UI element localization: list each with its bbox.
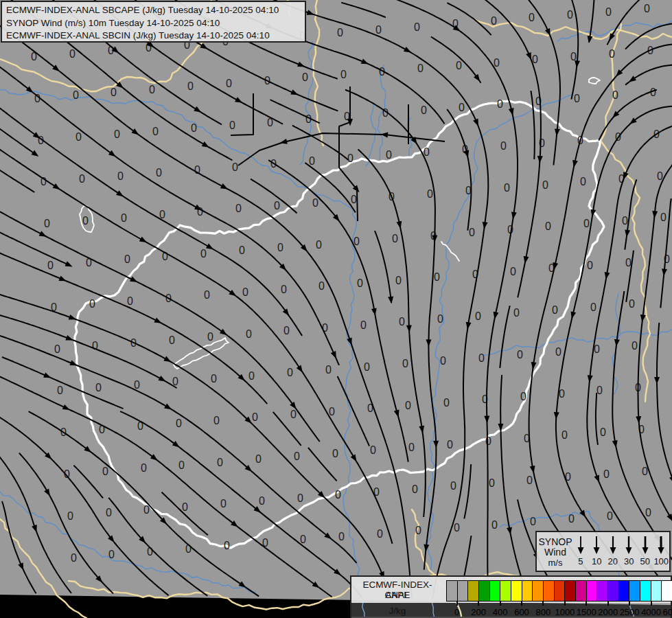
zero-label: 0 <box>447 439 453 450</box>
wind-legend-scale: 510203050100 <box>572 534 669 571</box>
cape-tick-mark <box>542 602 544 606</box>
zero-label: 0 <box>340 69 347 80</box>
cape-tick-mark <box>651 602 652 606</box>
zero-label: 0 <box>283 325 290 336</box>
zero-label: 0 <box>79 173 85 185</box>
wind-speed-label: 5 <box>578 556 583 566</box>
zero-label: 0 <box>235 203 242 214</box>
down-arrow-icon <box>607 534 619 556</box>
zero-label: 0 <box>594 343 600 355</box>
zero-label: 0 <box>114 128 120 140</box>
down-arrow-icon <box>590 534 603 556</box>
zero-label: 0 <box>294 450 300 462</box>
zero-label: 0 <box>108 549 115 560</box>
zero-label: 0 <box>347 152 354 164</box>
zero-label: 0 <box>530 516 536 527</box>
zero-label: 0 <box>322 322 328 334</box>
zero-label: 0 <box>392 233 398 244</box>
zero-label: 0 <box>607 510 613 522</box>
zero-label: 0 <box>290 409 297 420</box>
title-line-sbcin: ECMWF-INDEX-ANAL SBCIN (J/kg) Tuesday 14… <box>6 30 301 43</box>
cape-color-swatch <box>467 580 479 602</box>
zero-label: 0 <box>600 426 606 438</box>
zero-label: 0 <box>335 489 341 501</box>
title-panel: ECMWF-INDEX-ANAL SBCAPE (J/kg) Tuesday 1… <box>1 1 306 43</box>
cape-tick-label: 1500 <box>577 607 596 617</box>
zero-label: 0 <box>399 316 405 328</box>
zero-label: 0 <box>539 137 545 149</box>
wind-speed-item: 100 <box>653 534 670 571</box>
zero-label: 0 <box>491 15 497 27</box>
cape-color-swatch <box>651 580 662 602</box>
zero-label: 0 <box>207 331 213 343</box>
zero-label: 0 <box>612 89 618 101</box>
cape-tick-mark <box>607 602 609 606</box>
zero-label: 0 <box>485 435 491 447</box>
cape-color-swatch <box>489 580 501 602</box>
cape-tick-label: 200 <box>471 607 486 617</box>
zero-label: 0 <box>117 170 124 182</box>
zero-label: 0 <box>127 295 133 307</box>
zero-label: 0 <box>574 93 580 104</box>
zero-label: 0 <box>76 131 82 143</box>
zero-label: 0 <box>156 167 162 179</box>
zero-label: 0 <box>191 122 197 134</box>
zero-label: 0 <box>622 215 628 227</box>
zero-label: 0 <box>302 71 308 83</box>
down-arrow-icon <box>623 534 635 556</box>
zero-label: 0 <box>106 507 112 518</box>
cape-color-swatch <box>661 580 672 602</box>
zero-label: 0 <box>434 271 440 283</box>
zero-label: 0 <box>377 528 383 540</box>
weather-map-stage: 0000000000000000000000000000000000000000… <box>0 0 672 618</box>
wind-speed-label: 100 <box>653 556 669 566</box>
zero-label: 0 <box>450 480 456 492</box>
zero-label: 0 <box>629 298 635 310</box>
zero-label: 0 <box>526 474 533 486</box>
zero-label: 0 <box>440 355 446 367</box>
zero-label: 0 <box>583 218 590 229</box>
wind-legend-units: m/s <box>537 558 574 568</box>
wind-speed-item: 20 <box>605 534 621 571</box>
zero-label: 0 <box>332 448 338 459</box>
zero-label: 0 <box>580 176 586 187</box>
wind-speed-item: 50 <box>637 534 653 571</box>
zero-label: 0 <box>360 319 367 331</box>
zero-label: 0 <box>329 406 335 417</box>
cape-color-swatch <box>446 580 458 602</box>
zero-label: 0 <box>141 462 147 474</box>
zero-label: 0 <box>642 466 648 477</box>
cape-color-swatch <box>554 580 566 602</box>
zero-label: 0 <box>421 104 427 116</box>
zero-label: 0 <box>242 286 248 298</box>
zero-label: 0 <box>95 382 102 393</box>
zero-label: 0 <box>248 370 255 382</box>
zero-label: 0 <box>67 510 73 522</box>
cape-color-swatch <box>618 580 630 602</box>
cape-color-swatch <box>532 580 544 602</box>
zero-label: 0 <box>414 21 420 33</box>
cape-tick-mark <box>456 602 458 606</box>
map-background <box>0 0 672 618</box>
zero-label: 0 <box>587 260 593 271</box>
down-arrow-icon <box>655 534 667 556</box>
cape-legend: ECMWF-INDEX-ANAL CAPE J/kg 0200400600800… <box>350 575 672 618</box>
zero-label: 0 <box>417 62 424 74</box>
cape-color-swatch <box>500 580 511 602</box>
zero-label: 0 <box>229 119 235 131</box>
zero-label: 0 <box>57 385 63 396</box>
cape-tick-label: 6000 <box>663 607 672 617</box>
wind-speed-label: 20 <box>608 556 618 566</box>
zero-label: 0 <box>200 248 207 260</box>
zero-label: 0 <box>309 155 315 167</box>
cape-tick-label: 600 <box>514 607 529 617</box>
zero-label: 0 <box>149 84 155 95</box>
zero-label: 0 <box>124 253 130 265</box>
cape-color-swatch <box>511 580 522 602</box>
zero-label: 0 <box>625 257 632 268</box>
zero-label: 0 <box>475 310 481 322</box>
cape-color-swatch <box>564 580 576 602</box>
zero-label: 0 <box>102 466 108 477</box>
cape-scale-ticks: 0200400600800100015002000250040006000 <box>446 602 672 618</box>
cape-tick-label: 800 <box>536 607 551 617</box>
